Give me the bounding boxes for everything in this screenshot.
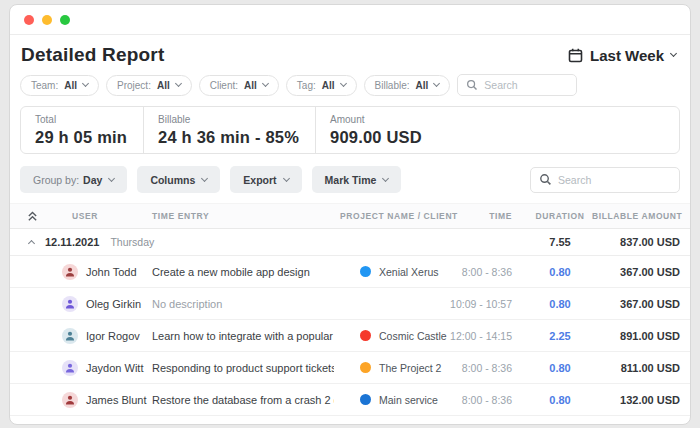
table-header-row: USER TIME ENTRY PROJECT NAME / CLIENT TI… [10,203,690,229]
chevron-down-icon [283,174,290,181]
filter-client-value: All [244,80,257,91]
summary-total: Total 29 h 05 min [21,107,143,153]
project-color-dot [360,362,371,373]
column-header-time: TIME [446,211,528,221]
chevron-down-icon [108,174,115,181]
filter-client-label: Client: [210,80,238,91]
summary-amount: Amount 909.00 USD [315,107,438,153]
filter-tag-label: Tag: [297,80,316,91]
billable-amount: 891.00 USD [592,330,680,342]
table-toolbar: Group by:Day Columns Export Mark Time [20,166,680,193]
time-range: 8:00 - 8:36 [446,266,528,278]
filter-client[interactable]: Client:All [199,75,279,96]
project-cell: The Project 2 [334,362,446,374]
table-search-input[interactable] [558,174,671,186]
duration-value: 0.80 [528,298,592,310]
page-title: Detailed Report [21,44,164,66]
chevron-down-icon [433,80,440,87]
filter-billable[interactable]: Billable:All [364,75,451,96]
project-cell: Cosmic Castle [334,330,446,342]
filter-team-value: All [64,80,77,91]
group-duration-total: 7.55 [528,236,592,248]
column-header-duration: DURATION [528,211,592,221]
time-entry-description: Learn how to integrate with a popular se… [146,330,334,342]
columns-button[interactable]: Columns [137,166,220,193]
export-button[interactable]: Export [230,166,301,193]
columns-label: Columns [150,174,195,186]
chevron-down-icon [670,50,677,57]
filter-billable-label: Billable: [375,80,410,91]
filter-project-value: All [157,80,170,91]
report-header: Detailed Report Last Week [10,35,690,66]
minimize-window-icon[interactable] [42,15,52,25]
filter-bar: Team:All Project:All Client:All Tag:All … [10,66,690,96]
filter-team[interactable]: Team:All [20,75,99,96]
calendar-icon [568,48,583,63]
search-icon [466,79,478,91]
period-selector[interactable]: Last Week [568,47,676,64]
user-cell: Jaydon Witt [50,360,146,376]
column-header-user: USER [50,211,146,221]
summary-amount-value: 909.00 USD [330,128,422,147]
group-weekday: Friday [110,423,139,425]
filter-search-input[interactable] [484,79,568,91]
time-range: 12:00 - 14:15 [446,330,528,342]
user-avatar-icon [62,296,78,312]
project-color-dot [360,330,371,341]
group-by-button[interactable]: Group by:Day [20,166,127,193]
group-row-thursday[interactable]: 12.11.2021 Thursday 7.55 837.00 USD [10,229,690,256]
duration-value: 0.80 [528,394,592,406]
zoom-window-icon[interactable] [60,15,70,25]
filter-tag-value: All [322,80,335,91]
time-entry-row[interactable]: Jaydon Witt Responding to product suppor… [10,352,690,384]
window-titlebar [10,5,690,35]
duration-value: 0.80 [528,362,592,374]
project-name: Cosmic Castle [379,330,447,342]
user-name: Oleg Girkin [86,298,141,310]
summary-billable: Billable 24 h 36 min - 85% [143,107,315,153]
time-entry-row[interactable]: Igor Rogov Learn how to integrate with a… [10,320,690,352]
filter-project-label: Project: [117,80,151,91]
filter-billable-value: All [416,80,429,91]
summary-total-label: Total [35,114,127,125]
group-by-label: Group by: [33,174,79,186]
chevron-down-icon [82,80,89,87]
summary-billable-value: 24 h 36 min - 85% [158,128,299,147]
collapse-all-icon[interactable] [20,211,50,222]
user-cell: Igor Rogov [50,328,146,344]
group-by-value: Day [83,174,102,186]
duration-value: 0.80 [528,266,592,278]
time-entry-row[interactable]: John Todd Create a new mobile app design… [10,256,690,288]
chevron-down-icon [201,174,208,181]
chevron-down-icon [262,80,269,87]
user-cell: Oleg Girkin [50,296,146,312]
time-entry-description: Create a new mobile app design [146,266,334,278]
filter-search [457,74,577,96]
project-name: The Project 2 [379,362,441,374]
time-range: 8:00 - 8:36 [446,394,528,406]
project-name: Main service [379,394,438,406]
time-range: 10:09 - 10:57 [446,298,528,310]
chevron-down-icon [339,80,346,87]
time-entry-description: Responding to product support tickets [146,362,334,374]
close-window-icon[interactable] [24,15,34,25]
group-weekday: Thursday [110,236,154,248]
filter-tag[interactable]: Tag:All [286,75,357,96]
user-avatar-icon [62,264,78,280]
billable-amount: 132.00 USD [592,394,680,406]
billable-amount: 367.00 USD [592,298,680,310]
column-header-time-entry: TIME ENTRY [146,211,334,221]
project-cell: Xenial Xerus [334,266,446,278]
column-header-project: PROJECT NAME / CLIENT [334,211,446,221]
summary-billable-label: Billable [158,114,299,125]
filter-project[interactable]: Project:All [106,75,192,96]
user-name: James Blunt [86,394,147,406]
summary-strip: Total 29 h 05 min Billable 24 h 36 min -… [20,106,680,154]
time-entry-row[interactable]: James Blunt Restore the database from a … [10,384,690,416]
mark-time-button[interactable]: Mark Time [312,166,402,193]
time-entry-row[interactable]: Oleg Girkin No description 10:09 - 10:57… [10,288,690,320]
time-entry-description: Restore the database from a crash 2 days… [146,394,334,406]
user-avatar-icon [62,328,78,344]
group-row-friday[interactable]: 13.11.2021 Friday [10,416,690,425]
billable-amount: 367.00 USD [592,266,680,278]
